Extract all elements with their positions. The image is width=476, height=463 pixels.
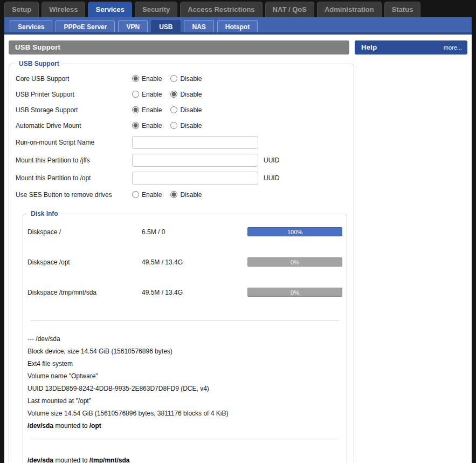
ses-button-row: Use SES Button to remove drives Enable D… (16, 187, 347, 202)
sub-tab-nas[interactable]: NAS (184, 20, 213, 32)
mount-status-sda: /dev/sda mounted to /tmp/mnt/sda (27, 454, 342, 463)
diskspace-sda-bar: 0% (247, 288, 342, 297)
sub-tab-pppoe-server[interactable]: PPPoE Server (56, 20, 115, 32)
mount-partition-opt-row: Mount this Partition to /opt UUID (16, 169, 347, 187)
mount-partition-jffs-label: Mount this Partition to /jffs (16, 156, 132, 164)
mount-text: mounted to (55, 422, 87, 430)
ses-disable-radio[interactable] (170, 191, 177, 198)
mount-target: /opt (89, 422, 101, 430)
sub-tab-vpn[interactable]: VPN (118, 20, 148, 32)
page-content: USB Support Help more... USB Support Cor… (4, 35, 472, 463)
diskspace-root-value: 6.5M / 0 (142, 228, 247, 236)
drive-mount-enable-radio[interactable] (132, 122, 139, 129)
tab-administration[interactable]: Administration (317, 2, 382, 17)
divider (31, 439, 339, 439)
disable-label: Disable (180, 122, 202, 130)
ses-enable-radio[interactable] (132, 191, 139, 198)
device-detail-line: Ext4 file system (27, 358, 342, 370)
disk-info-legend: Disk Info (29, 210, 60, 217)
diskspace-root-bar: 100% (247, 227, 342, 236)
sub-tab-hotspot[interactable]: Hotspot (217, 20, 258, 32)
storage-disable-radio[interactable] (170, 106, 177, 113)
printer-disable-radio[interactable] (170, 91, 177, 98)
usb-storage-support-label: USB Storage Support (16, 106, 132, 114)
enable-label: Enable (142, 91, 162, 98)
diskspace-opt-bar: 0% (247, 257, 342, 267)
disable-label: Disable (180, 191, 202, 199)
divider (31, 321, 339, 321)
sub-tab-usb[interactable]: USB (151, 20, 181, 32)
disable-label: Disable (180, 91, 202, 98)
device-detail-line: Block device, size 14.54 GiB (1561057689… (27, 345, 342, 358)
uuid-label: UUID (264, 174, 279, 182)
sub-tab-bar: Services PPPoE Server VPN USB NAS Hotspo… (4, 17, 472, 35)
disk-info-section: Disk Info Diskspace / 6.5M / 0 100% Disk… (23, 210, 347, 463)
run-on-mount-script-row: Run-on-mount Script Name (16, 133, 347, 151)
usb-printer-support-row: USB Printer Support Enable Disable (16, 86, 347, 102)
usb-storage-support-row: USB Storage Support Enable Disable (16, 102, 347, 118)
core-usb-support-row: Core USB Support Enable Disable (16, 71, 347, 86)
disable-label: Disable (180, 75, 202, 83)
device-detail-line: Volume name "Optware" (27, 370, 342, 383)
mount-status-opt: /dev/sda mounted to /opt (27, 420, 342, 432)
diskspace-opt-label: Diskspace /opt (27, 258, 142, 266)
help-more-link[interactable]: more... (444, 44, 462, 51)
run-on-mount-script-label: Run-on-mount Script Name (16, 139, 132, 146)
help-title: Help (361, 43, 377, 51)
storage-enable-radio[interactable] (132, 106, 139, 113)
main-tab-bar: Setup Wireless Services Security Access … (0, 0, 476, 17)
ses-button-label: Use SES Button to remove drives (16, 191, 132, 199)
printer-enable-radio[interactable] (132, 91, 139, 98)
tab-wireless[interactable]: Wireless (42, 2, 85, 17)
diskspace-root-row: Diskspace / 6.5M / 0 100% (27, 227, 342, 236)
usb-support-legend: USB Support (17, 60, 61, 67)
core-usb-enable-radio[interactable] (132, 75, 139, 82)
tab-nat-qos[interactable]: NAT / QoS (265, 2, 314, 17)
mount-target: /tmp/mnt/sda (89, 457, 130, 463)
tab-services[interactable]: Services (88, 2, 132, 17)
diskspace-opt-row: Diskspace /opt 49.5M / 13.4G 0% (27, 257, 342, 267)
tab-status[interactable]: Status (384, 2, 421, 17)
usb-support-section: USB Support Core USB Support Enable Disa… (9, 60, 354, 463)
enable-label: Enable (142, 191, 162, 199)
tab-setup[interactable]: Setup (4, 2, 39, 17)
disable-label: Disable (180, 106, 202, 114)
core-usb-disable-radio[interactable] (170, 75, 177, 82)
drive-mount-disable-radio[interactable] (170, 122, 177, 129)
device-detail-line: Volume size 14.54 GiB (15610576896 bytes… (27, 407, 342, 420)
automatic-drive-mount-label: Automatic Drive Mount (16, 122, 132, 130)
mount-partition-opt-input[interactable] (132, 172, 258, 185)
mount-partition-jffs-row: Mount this Partition to /jffs UUID (16, 151, 347, 169)
enable-label: Enable (142, 122, 162, 130)
help-panel: Help more... (355, 40, 467, 55)
run-on-mount-script-input[interactable] (132, 136, 258, 149)
mount-text: mounted to (55, 457, 87, 463)
mount-device: /dev/sda (27, 457, 53, 463)
diskspace-opt-value: 49.5M / 13.4G (142, 258, 247, 266)
enable-label: Enable (142, 75, 162, 83)
diskspace-root-label: Diskspace / (27, 228, 142, 236)
sub-tab-services[interactable]: Services (10, 20, 52, 32)
usb-printer-support-label: USB Printer Support (16, 91, 132, 98)
mount-device: /dev/sda (27, 422, 53, 430)
diskspace-sda-row: Diskspace /tmp/mnt/sda 49.5M / 13.4G 0% (27, 288, 342, 297)
diskspace-sda-label: Diskspace /tmp/mnt/sda (27, 289, 142, 296)
device-detail-line: UUID 13DED859-8242-4DDB-9935-2E863D7D8FD… (27, 383, 342, 395)
uuid-label: UUID (264, 156, 279, 164)
page-title: USB Support (9, 40, 349, 55)
automatic-drive-mount-row: Automatic Drive Mount Enable Disable (16, 118, 347, 133)
mount-partition-jffs-input[interactable] (132, 154, 258, 167)
core-usb-support-label: Core USB Support (16, 75, 132, 83)
enable-label: Enable (142, 106, 162, 114)
tab-security[interactable]: Security (135, 2, 177, 17)
device-detail-line: Last mounted at "/opt" (27, 395, 342, 407)
mount-partition-opt-label: Mount this Partition to /opt (16, 174, 132, 182)
tab-access-restrictions[interactable]: Access Restrictions (180, 2, 262, 17)
diskspace-sda-value: 49.5M / 13.4G (142, 289, 247, 296)
device-detail-line: --- /dev/sda (27, 333, 342, 345)
